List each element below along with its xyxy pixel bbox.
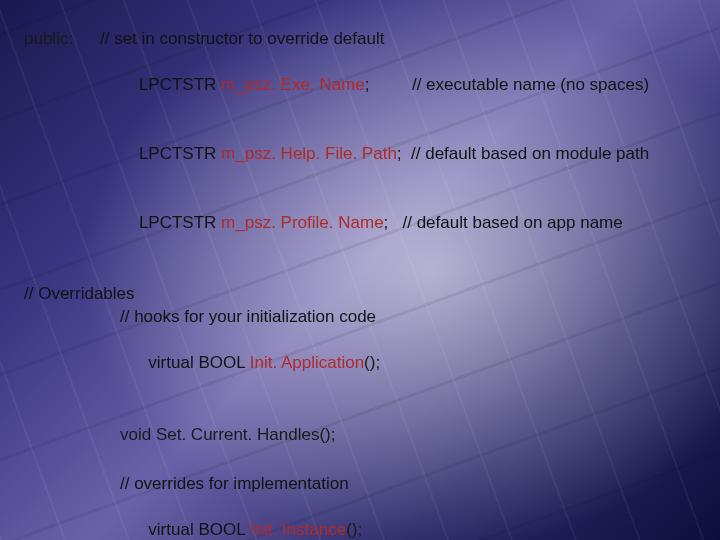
member-comment: ; // executable name (no spaces) bbox=[365, 75, 649, 94]
method-name: Init. Instance bbox=[250, 520, 346, 539]
type-lpctstr: LPCTSTR bbox=[139, 144, 221, 163]
member-help-path: LPCTSTR m_psz. Help. File. Path; // defa… bbox=[120, 120, 700, 189]
method-tail: (); bbox=[346, 520, 362, 539]
public-keyword: public: bbox=[24, 29, 73, 48]
public-label: public: bbox=[24, 28, 100, 51]
overridables-header: // Overridables bbox=[24, 283, 700, 306]
method-tail: (); bbox=[364, 353, 380, 372]
overrides-impl-comment: // overrides for implementation bbox=[120, 473, 700, 496]
type-lpctstr: LPCTSTR bbox=[139, 75, 221, 94]
constructor-comment: // set in constructor to override defaul… bbox=[100, 28, 384, 51]
member-exe-name: LPCTSTR m_psz. Exe. Name; // executable … bbox=[120, 51, 700, 120]
member-profile-name: LPCTSTR m_psz. Profile. Name; // default… bbox=[120, 189, 700, 258]
member-name: m_psz. Exe. Name bbox=[221, 75, 365, 94]
hooks-comment: // hooks for your initialization code bbox=[120, 306, 700, 329]
virtual-bool: virtual BOOL bbox=[148, 520, 249, 539]
method-name: Init. Application bbox=[250, 353, 364, 372]
member-comment: ; // default based on app name bbox=[384, 213, 623, 232]
member-comment: ; // default based on module path bbox=[397, 144, 649, 163]
slide-content: public: // set in constructor to overrid… bbox=[0, 0, 720, 540]
member-name: m_psz. Help. File. Path bbox=[221, 144, 397, 163]
set-current-handles-decl: void Set. Current. Handles(); bbox=[120, 424, 700, 447]
public-row: public: // set in constructor to overrid… bbox=[24, 28, 700, 51]
member-name: m_psz. Profile. Name bbox=[221, 213, 384, 232]
type-lpctstr: LPCTSTR bbox=[139, 213, 221, 232]
virtual-bool: virtual BOOL bbox=[148, 353, 249, 372]
overridables-section: // Overridables // hooks for your initia… bbox=[24, 283, 700, 540]
init-application-decl: virtual BOOL Init. Application(); bbox=[120, 329, 700, 398]
init-instance-decl: virtual BOOL Init. Instance(); bbox=[120, 496, 700, 540]
